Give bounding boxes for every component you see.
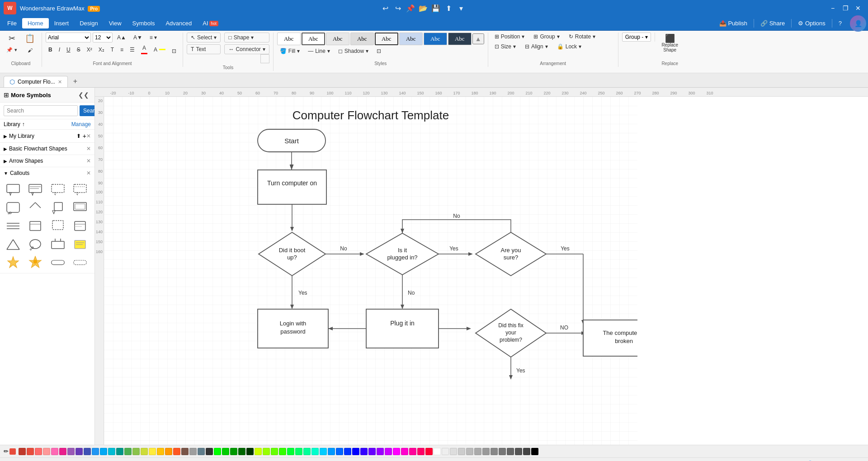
align-btn[interactable]: ⊟ Align ▾	[522, 42, 551, 51]
color-swatch[interactable]	[59, 448, 66, 455]
color-swatch[interactable]	[377, 448, 384, 455]
subscript-button[interactable]: X₂	[96, 46, 107, 54]
color-swatch[interactable]	[43, 448, 50, 455]
decrease-font-button[interactable]: A▼	[131, 33, 145, 42]
style-swatch-3[interactable]: Abc	[326, 33, 349, 45]
publish-button[interactable]: 📤 Publish	[715, 18, 752, 28]
color-swatch[interactable]	[295, 448, 302, 455]
font-color-button[interactable]: A	[138, 44, 150, 55]
style-swatch-6[interactable]: Abc	[399, 33, 423, 45]
menu-insert[interactable]: Insert	[49, 18, 75, 28]
callout-shape-12[interactable]	[71, 218, 90, 234]
color-swatch[interactable]	[173, 448, 180, 455]
open-button[interactable]: 📂	[417, 2, 429, 14]
more-btn[interactable]: ▾	[455, 2, 467, 14]
color-swatch[interactable]	[165, 448, 172, 455]
list-button[interactable]: ≡	[118, 46, 126, 54]
shape-button[interactable]: □ Shape ▾	[224, 33, 269, 42]
font-size-selector[interactable]: 12	[93, 33, 113, 42]
tools-expand[interactable]	[260, 54, 269, 63]
canvas[interactable]: Computer Flowchart Template Start Turn c…	[104, 97, 868, 445]
paste-button[interactable]: 📌 ▾	[4, 45, 20, 55]
connector-button[interactable]: ↔ Connector ▾	[224, 44, 269, 54]
color-swatch[interactable]	[230, 448, 237, 455]
export-button[interactable]: ⬆	[442, 2, 455, 14]
font-align-expand[interactable]: ⊡	[169, 47, 179, 55]
color-swatch[interactable]	[434, 448, 441, 455]
callout-shape-3[interactable]	[48, 182, 67, 198]
close-button[interactable]: ✕	[852, 3, 864, 13]
color-swatch[interactable]	[255, 448, 262, 455]
group-select-dropdown[interactable]: Group - ▾	[622, 33, 651, 42]
callout-shape-11[interactable]	[48, 218, 67, 234]
callout-shape-7[interactable]	[48, 200, 67, 216]
color-swatch[interactable]	[450, 448, 457, 455]
color-swatch[interactable]	[189, 448, 197, 455]
size-button[interactable]: ⊡ Size ▾	[492, 42, 519, 51]
color-swatch[interactable]	[344, 448, 351, 455]
color-swatch[interactable]	[198, 448, 205, 455]
color-swatch[interactable]	[100, 448, 107, 455]
callout-shape-pill[interactable]	[48, 254, 67, 270]
style-swatch-4[interactable]: Abc	[350, 33, 374, 45]
color-swatch[interactable]	[417, 448, 425, 455]
callouts-close[interactable]: ✕	[86, 170, 91, 176]
color-swatch[interactable]	[67, 448, 75, 455]
highlight-button[interactable]: A	[151, 46, 168, 54]
text-tool-button[interactable]: T Text	[187, 44, 221, 54]
add-tab-button[interactable]: +	[70, 75, 81, 87]
menu-advanced[interactable]: Advanced	[160, 18, 197, 28]
menu-ai[interactable]: AIhot	[197, 18, 224, 28]
underline-button[interactable]: U	[64, 46, 73, 54]
style-swatch-7[interactable]: Abc	[424, 33, 447, 45]
color-swatch[interactable]	[149, 448, 156, 455]
color-swatch[interactable]	[108, 448, 115, 455]
color-swatch[interactable]	[328, 448, 335, 455]
restore-button[interactable]: ❐	[839, 3, 852, 13]
callout-shape-9[interactable]	[4, 218, 23, 234]
color-swatch[interactable]	[141, 448, 148, 455]
color-swatch[interactable]	[401, 448, 408, 455]
color-swatch[interactable]	[51, 448, 58, 455]
basic-shapes-close[interactable]: ✕	[86, 146, 91, 152]
group-button[interactable]: ⊞ Group ▾	[531, 33, 562, 41]
panel-collapse-button[interactable]: ❮❮	[76, 90, 91, 99]
color-swatch[interactable]	[287, 448, 294, 455]
my-library-header[interactable]: ▶ My Library ⬆ + ✕	[0, 130, 94, 142]
pencil-icon[interactable]: ✏	[4, 448, 9, 455]
callout-shape-10[interactable]	[26, 218, 45, 234]
color-swatch[interactable]	[222, 448, 229, 455]
callout-shape-5[interactable]	[4, 200, 23, 216]
color-swatch[interactable]	[409, 448, 416, 455]
undo-button[interactable]: ↩	[379, 2, 392, 14]
style-swatch-2[interactable]: Abc	[302, 33, 325, 45]
color-swatch[interactable]	[116, 448, 123, 455]
manage-link[interactable]: Manage	[71, 121, 91, 127]
color-swatch[interactable]	[263, 448, 270, 455]
color-swatch[interactable]	[279, 448, 286, 455]
menu-file[interactable]: File	[2, 18, 22, 28]
text-format-button[interactable]: T	[108, 46, 117, 54]
search-button[interactable]: Search	[80, 105, 95, 116]
document-tab[interactable]: ⬡ Computer Flo... ✕	[4, 76, 68, 87]
color-swatch[interactable]	[311, 448, 319, 455]
cut-button[interactable]: ✂	[4, 33, 20, 44]
format-painter-button[interactable]: 🖌	[22, 46, 38, 55]
color-swatch[interactable]	[238, 448, 245, 455]
share-button[interactable]: 🔗 Share	[756, 18, 789, 28]
color-swatch[interactable]	[515, 448, 522, 455]
style-swatch-8[interactable]: Abc	[448, 33, 472, 45]
color-swatch[interactable]	[75, 448, 83, 455]
user-avatar[interactable]: 👤	[850, 15, 866, 32]
help-button[interactable]: ?	[834, 18, 846, 28]
font-selector[interactable]: Arial	[46, 33, 91, 42]
color-swatch[interactable]	[27, 448, 34, 455]
minimize-button[interactable]: −	[826, 3, 839, 13]
color-swatch[interactable]	[35, 448, 42, 455]
callout-shape-6[interactable]	[26, 200, 45, 216]
callout-shape-8[interactable]	[71, 200, 90, 216]
arrow-shapes-header[interactable]: ▶ Arrow Shapes ✕	[0, 155, 94, 167]
color-swatch[interactable]	[320, 448, 327, 455]
color-swatch[interactable]	[425, 448, 433, 455]
color-swatch[interactable]	[181, 448, 189, 455]
